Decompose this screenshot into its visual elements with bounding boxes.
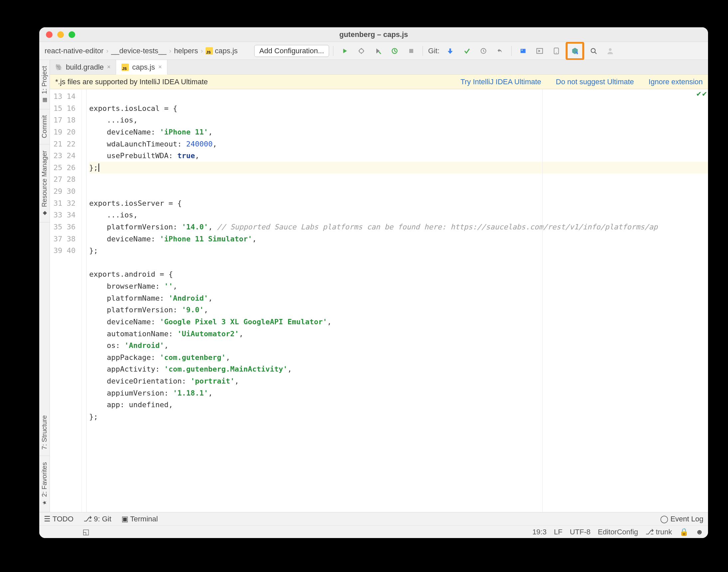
avd-manager-icon[interactable] [571,47,579,55]
svg-point-0 [359,49,364,53]
run-anything-icon[interactable] [532,44,547,58]
memory-indicator-icon[interactable]: ☻ [696,528,703,537]
sidebar-tab-resource-manager[interactable]: ◆Resource Manager [39,144,50,222]
breadcrumb: react-native-editor › __device-tests__ ›… [43,47,239,55]
git-update-icon[interactable] [443,44,458,58]
rollback-icon[interactable] [493,44,507,58]
js-file-icon: JS [122,64,129,71]
breadcrumb-file: caps.js [215,47,238,55]
svg-rect-8 [521,49,526,53]
editor-tabs: 🐘 build.gradle × JS caps.js × [50,60,708,75]
svg-point-15 [609,48,612,51]
todo-tool[interactable]: ☰ TODO [44,515,74,523]
close-icon[interactable]: × [107,64,111,71]
lock-icon[interactable]: 🔒 [679,528,689,537]
main-toolbar: react-native-editor › __device-tests__ ›… [39,42,708,60]
svg-rect-6 [409,49,413,53]
chevron-right-icon: › [199,47,204,55]
event-log-tool[interactable]: ◯ Event Log [660,515,703,523]
tab-build-gradle[interactable]: 🐘 build.gradle × [50,60,116,74]
tab-label: build.gradle [66,63,104,72]
window-title: gutenberg – caps.js [39,30,708,39]
editorconfig-status[interactable]: EditorConfig [598,528,638,537]
suggestion-banner: *.js files are supported by IntelliJ IDE… [50,75,708,89]
run-config-dropdown[interactable]: Add Configuration... [254,45,329,57]
left-tool-sidebar: ▦1: Project Commit ◆Resource Manager 7: … [39,60,50,512]
svg-line-14 [595,52,596,54]
debug-icon[interactable] [354,44,369,58]
user-icon[interactable] [603,44,618,58]
banner-text: *.js files are supported by IntelliJ IDE… [55,78,208,86]
code-content[interactable]: exports.iosLocal = { ...ios, deviceName:… [86,89,708,512]
device-icon[interactable] [549,44,564,58]
chevron-right-icon: › [168,47,173,55]
history-icon[interactable] [476,44,491,58]
sidebar-tab-structure[interactable]: 7: Structure [39,409,50,456]
status-bar: ◱ 19:3 LF UTF-8 EditorConfig ⎇ trunk 🔒 ☻ [39,525,708,538]
banner-link-dismiss[interactable]: Do not suggest Ultimate [556,78,634,86]
sidebar-tab-favorites[interactable]: ★2: Favorites [39,456,50,512]
svg-point-12 [556,52,557,53]
stop-icon[interactable] [404,44,419,58]
editor[interactable]: 13 14 15 16 17 18 19 20 21 22 23 24 25 2… [50,89,708,512]
highlighted-action [566,42,584,60]
separator [422,46,423,56]
tab-label: caps.js [132,63,155,72]
line-gutter: 13 14 15 16 17 18 19 20 21 22 23 24 25 2… [50,89,82,512]
chevron-right-icon: › [105,47,110,55]
line-ending[interactable]: LF [554,528,563,537]
bottom-tool-bar: ☰ TODO ⎇ 9: Git ▣ Terminal ◯ Event Log [39,512,708,525]
js-file-icon: JS [206,47,213,55]
breadcrumb-seg[interactable]: __device-tests__ [110,47,168,55]
search-icon[interactable] [586,44,601,58]
build-icon[interactable] [516,44,531,58]
run-icon[interactable] [337,44,352,58]
fold-column[interactable] [82,89,86,512]
terminal-tool[interactable]: ▣ Terminal [122,515,158,523]
git-tool[interactable]: ⎇ 9: Git [84,515,111,523]
close-icon[interactable]: × [158,64,162,71]
titlebar: gutenberg – caps.js [39,27,708,42]
svg-rect-9 [521,50,523,51]
sidebar-tab-commit[interactable]: Commit [39,109,50,144]
breadcrumb-seg[interactable]: helpers [173,47,199,55]
banner-link-try[interactable]: Try IntelliJ IDEA Ultimate [461,78,541,86]
sidebar-tab-project[interactable]: ▦1: Project [39,60,50,109]
profile-icon[interactable] [387,44,402,58]
breadcrumb-seg[interactable]: JS caps.js [204,47,239,55]
git-commit-icon[interactable] [460,44,474,58]
git-label: Git: [427,47,441,55]
separator [511,46,512,56]
gradle-icon: 🐘 [55,64,63,71]
breadcrumb-seg[interactable]: react-native-editor [43,47,105,55]
coverage-icon[interactable] [371,44,385,58]
inspection-ok-icon[interactable]: ✔✔ [696,90,707,98]
git-branch[interactable]: ⎇ trunk [645,528,672,537]
separator [333,46,333,56]
right-margin-line [542,89,543,512]
banner-link-ignore[interactable]: Ignore extension [648,78,703,86]
svg-point-13 [591,48,595,53]
tab-caps-js[interactable]: JS caps.js × [116,60,167,75]
encoding[interactable]: UTF-8 [570,528,590,537]
caret-position[interactable]: 19:3 [532,528,547,537]
tool-windows-icon[interactable]: ◱ [83,528,89,537]
